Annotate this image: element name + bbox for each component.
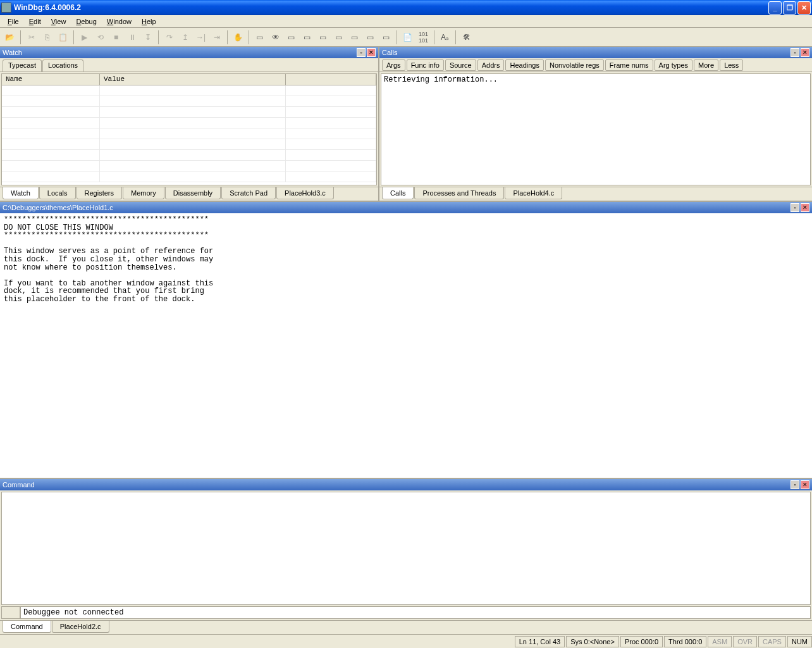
- calls-btn-addrs[interactable]: Addrs: [477, 59, 505, 71]
- watch-row[interactable]: [2, 118, 376, 128]
- status-ovr: OVR: [733, 636, 757, 647]
- calls-btn-nonvolatile[interactable]: Nonvolatile regs: [545, 59, 604, 71]
- command-bottom-tabs: Command PlaceHold2.c: [0, 620, 812, 634]
- cut-icon[interactable]: ✂: [24, 30, 39, 44]
- memory-window-icon[interactable]: ▭: [316, 30, 330, 44]
- calls-btn-headings[interactable]: Headings: [505, 59, 543, 71]
- watch-pane: Watch ▫ ✕ Typecast Locations Name Value: [0, 47, 379, 201]
- btab-calls[interactable]: Calls: [382, 187, 414, 199]
- menu-window[interactable]: Window: [102, 16, 137, 27]
- btab-placehold4[interactable]: PlaceHold4.c: [505, 187, 562, 199]
- source-close-icon[interactable]: ✕: [801, 203, 809, 212]
- watch-col-blank[interactable]: [286, 74, 376, 85]
- calls-dock-icon[interactable]: ▫: [790, 48, 799, 57]
- scratch-window-icon[interactable]: ▭: [363, 30, 378, 44]
- status-sys: Sys 0:<None>: [566, 636, 619, 647]
- command-title: Command: [3, 481, 789, 489]
- watch-row[interactable]: [2, 85, 376, 96]
- tab-locations[interactable]: Locations: [42, 59, 83, 72]
- source-dock-icon[interactable]: ▫: [790, 203, 799, 212]
- watch-close-icon[interactable]: ✕: [367, 48, 376, 57]
- tab-typecast[interactable]: Typecast: [3, 59, 42, 72]
- watch-window-icon[interactable]: 👁: [268, 30, 283, 44]
- watch-row[interactable]: [2, 96, 376, 107]
- btab-placehold2[interactable]: PlaceHold2.c: [52, 621, 109, 633]
- command-dock-icon[interactable]: ▫: [790, 480, 799, 489]
- toolbar: 📂 ✂ ⎘ 📋 ▶ ⟲ ■ ⏸ ↧ ↷ ↥ →| ⇥ ✋ ▭ 👁 ▭ ▭ ▭ ▭…: [0, 28, 812, 47]
- locals-window-icon[interactable]: ▭: [284, 30, 298, 44]
- menu-view[interactable]: View: [46, 16, 71, 27]
- callstack-window-icon[interactable]: ▭: [331, 30, 346, 44]
- btab-disassembly[interactable]: Disassembly: [165, 187, 221, 199]
- watch-title: Watch: [3, 49, 355, 56]
- binary-icon[interactable]: 101101: [416, 30, 431, 44]
- calls-btn-more[interactable]: More: [694, 59, 718, 71]
- font-icon[interactable]: Aₐ: [438, 30, 452, 44]
- menu-help[interactable]: Help: [137, 16, 161, 27]
- command-close-icon[interactable]: ✕: [801, 480, 809, 489]
- stop-icon[interactable]: ■: [109, 30, 123, 44]
- stepinto-icon[interactable]: ↧: [140, 30, 155, 44]
- btab-registers[interactable]: Registers: [77, 187, 122, 199]
- paste-icon[interactable]: 📋: [56, 30, 70, 44]
- hand-icon[interactable]: ✋: [231, 30, 245, 44]
- watch-row[interactable]: [2, 150, 376, 161]
- btab-placehold3[interactable]: PlaceHold3.c: [276, 187, 334, 199]
- stepover-icon[interactable]: ↷: [162, 30, 176, 44]
- copy-icon[interactable]: ⎘: [40, 30, 54, 44]
- menubar: File Edit View Debug Window Help: [0, 15, 812, 28]
- calls-btn-source[interactable]: Source: [445, 59, 476, 71]
- status-thread: Thrd 000:0: [664, 636, 706, 647]
- window-title: WinDbg:6.4.0006.2: [14, 3, 768, 12]
- watch-col-name[interactable]: Name: [2, 74, 100, 85]
- threads-window-icon[interactable]: ▭: [379, 30, 393, 44]
- watch-dock-icon[interactable]: ▫: [357, 48, 366, 57]
- break-icon[interactable]: ⏸: [125, 30, 139, 44]
- watch-table: Name Value: [1, 73, 377, 185]
- steptrace-icon[interactable]: ⇥: [209, 30, 224, 44]
- menu-file[interactable]: File: [3, 16, 24, 27]
- stepout-icon[interactable]: ↥: [178, 30, 192, 44]
- watch-row[interactable]: [2, 161, 376, 171]
- calls-title: Calls: [382, 49, 789, 56]
- minimize-button[interactable]: _: [768, 1, 782, 15]
- calls-btn-funcinfo[interactable]: Func info: [407, 59, 444, 71]
- menu-edit[interactable]: Edit: [24, 16, 46, 27]
- go-icon[interactable]: ▶: [77, 30, 92, 44]
- statusbar: Ln 11, Col 43 Sys 0:<None> Proc 000:0 Th…: [0, 634, 812, 648]
- source-header: C:\Debuggers\themes\PlaceHold1.c ▫ ✕: [0, 202, 812, 213]
- watch-row[interactable]: [2, 171, 376, 182]
- open-icon[interactable]: 📂: [3, 30, 17, 44]
- btab-watch[interactable]: Watch: [3, 187, 39, 199]
- watch-row[interactable]: [2, 128, 376, 139]
- calls-pane: Calls ▫ ✕ Args Func info Source Addrs He…: [379, 47, 812, 201]
- btab-procs[interactable]: Processes and Threads: [414, 187, 504, 199]
- command-window-icon[interactable]: ▭: [252, 30, 267, 44]
- window-controls: _ ❐ ✕: [768, 1, 811, 15]
- watch-row[interactable]: [2, 107, 376, 118]
- calls-btn-argtypes[interactable]: Arg types: [655, 59, 692, 71]
- close-button[interactable]: ✕: [797, 1, 811, 15]
- calls-close-icon[interactable]: ✕: [801, 48, 809, 57]
- calls-btn-args[interactable]: Args: [382, 59, 405, 71]
- btab-memory[interactable]: Memory: [123, 187, 164, 199]
- calls-btn-framenums[interactable]: Frame nums: [605, 59, 653, 71]
- registers-window-icon[interactable]: ▭: [300, 30, 314, 44]
- btab-command[interactable]: Command: [3, 621, 51, 633]
- source-content[interactable]: ****************************************…: [0, 213, 812, 478]
- btab-scratch[interactable]: Scratch Pad: [221, 187, 276, 199]
- btab-locals[interactable]: Locals: [39, 187, 76, 199]
- runto-icon[interactable]: →|: [194, 30, 208, 44]
- calls-btn-less[interactable]: Less: [720, 59, 743, 71]
- menu-debug[interactable]: Debug: [71, 16, 101, 27]
- maximize-button[interactable]: ❐: [783, 1, 796, 15]
- disasm-window-icon[interactable]: ▭: [347, 30, 362, 44]
- watch-row[interactable]: [2, 139, 376, 150]
- watch-col-value[interactable]: Value: [100, 74, 286, 85]
- command-output[interactable]: [1, 492, 811, 605]
- restart-icon[interactable]: ⟲: [93, 30, 108, 44]
- options-icon[interactable]: 🛠: [459, 30, 474, 44]
- watch-tabs: Typecast Locations: [0, 58, 378, 72]
- sourcemode-icon[interactable]: 📄: [400, 30, 415, 44]
- command-pane: Command ▫ ✕ Debuggee not connected Comma…: [0, 479, 812, 634]
